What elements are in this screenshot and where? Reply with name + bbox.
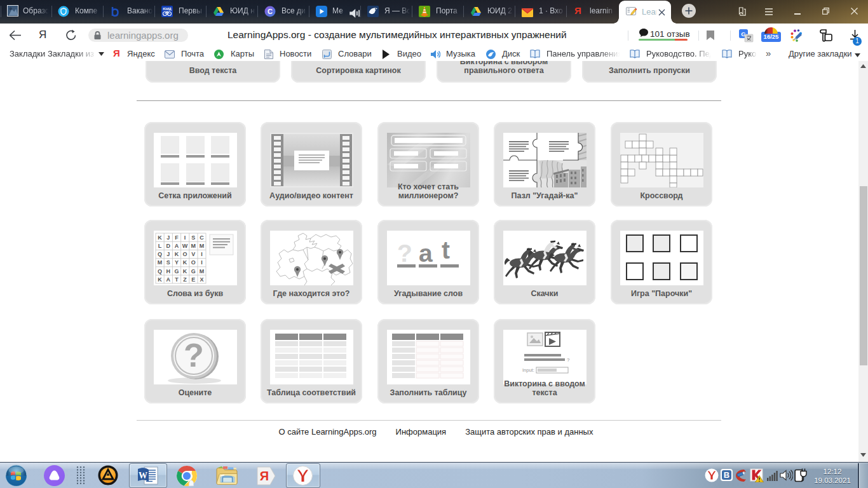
svg-text:I: I [201, 251, 203, 257]
svg-text:O: O [183, 251, 187, 257]
svg-text:K: K [183, 259, 187, 266]
svg-text:O: O [191, 259, 196, 266]
svg-text:W: W [182, 243, 188, 249]
svg-text:E: E [191, 276, 195, 283]
svg-text:J: J [166, 234, 170, 241]
svg-text:M: M [191, 243, 196, 249]
svg-text:V: V [191, 251, 195, 257]
svg-text:K: K [175, 251, 179, 257]
svg-text:J: J [166, 251, 170, 257]
svg-text:?: ? [567, 357, 570, 363]
svg-text:X: X [200, 276, 203, 283]
svg-text:M: M [200, 243, 205, 249]
svg-text:Я: Я [260, 469, 269, 483]
svg-text:M: M [200, 268, 205, 274]
svg-text:ЮИД: ЮИД [163, 7, 172, 11]
svg-text:A: A [166, 276, 170, 283]
svg-text:K: K [183, 268, 187, 274]
svg-text:D: D [166, 243, 170, 249]
svg-text:F: F [175, 234, 179, 241]
svg-text:H: H [166, 268, 170, 274]
svg-text:M: M [158, 259, 163, 266]
svg-text:G: G [191, 268, 196, 274]
svg-text:K: K [158, 234, 162, 241]
svg-text:C: C [200, 234, 204, 241]
svg-text:C: C [268, 8, 273, 15]
svg-text:Z: Z [183, 276, 187, 283]
svg-text:?: ? [184, 337, 204, 374]
svg-text:S: S [166, 259, 170, 266]
svg-text:Input:: Input: [522, 367, 534, 373]
svg-text:T: T [175, 276, 179, 283]
svg-text:I: I [201, 259, 203, 266]
svg-text:A: A [175, 243, 179, 249]
svg-text:G: G [174, 268, 179, 274]
svg-text:L: L [158, 243, 162, 249]
svg-text:I: I [184, 234, 186, 241]
svg-text:Q: Q [158, 251, 162, 257]
svg-text:Q: Q [158, 268, 162, 274]
svg-text:K: K [158, 276, 162, 283]
svg-text:W: W [139, 471, 147, 480]
svg-text:Y: Y [175, 259, 179, 266]
svg-text:S: S [191, 234, 195, 241]
